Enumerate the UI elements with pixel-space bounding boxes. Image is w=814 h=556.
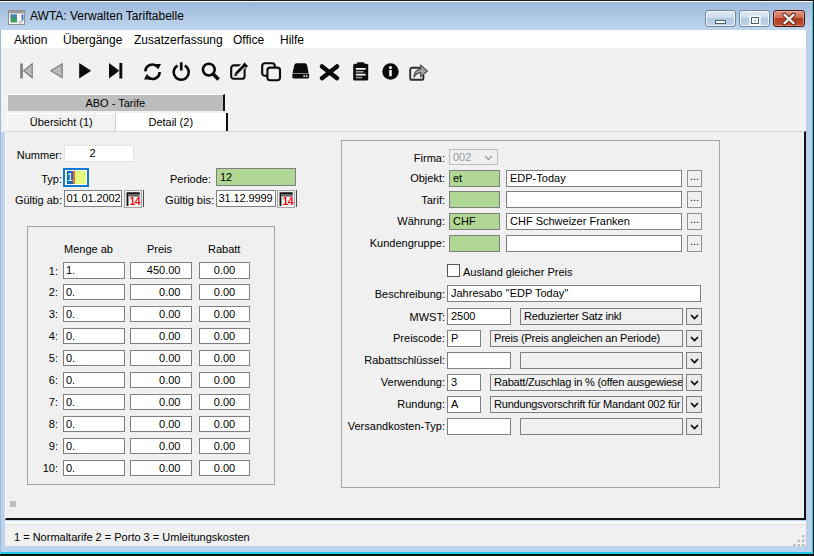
- svg-text:14: 14: [129, 195, 140, 207]
- svg-text:14: 14: [282, 195, 293, 207]
